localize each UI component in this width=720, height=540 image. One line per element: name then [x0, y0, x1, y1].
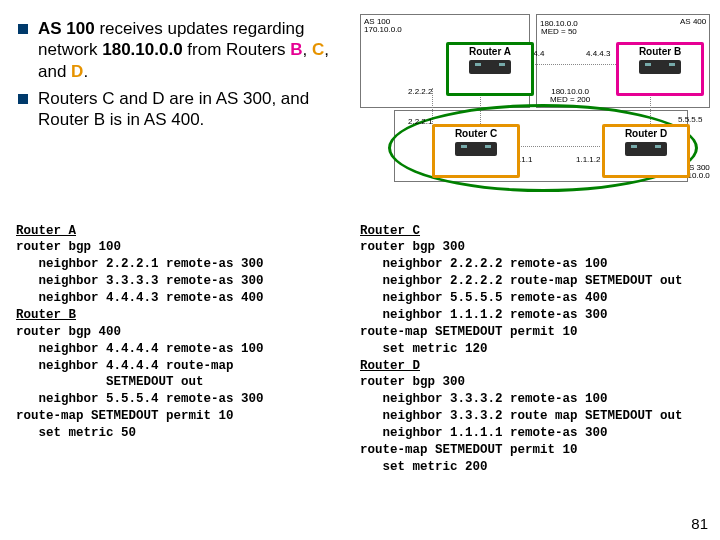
router-icon	[639, 60, 681, 74]
router-icon	[469, 60, 511, 74]
router-d-box: Router D	[602, 124, 690, 178]
slide: AS 100 receives updates regarding networ…	[0, 0, 720, 540]
config-left: Router A router bgp 100 neighbor 2.2.2.1…	[16, 223, 356, 442]
router-b-label: Router B	[625, 47, 695, 57]
t: ,	[303, 40, 312, 59]
t: AS 100	[38, 19, 95, 38]
router-b-ref: B	[290, 40, 302, 59]
t: .	[83, 62, 88, 81]
t: 180.10.0.0	[102, 40, 182, 59]
page-number: 81	[691, 515, 708, 532]
router-b-box: Router B	[616, 42, 704, 96]
router-icon	[625, 142, 667, 156]
bullet-1-text: AS 100 receives updates regarding networ…	[38, 18, 356, 82]
topology-diagram: AS 100 170.10.0.0 AS 400 AS 300 180.10.0…	[360, 8, 710, 188]
med200-label: 180.10.0.0 MED = 200	[550, 88, 590, 105]
config-right: Router C router bgp 300 neighbor 2.2.2.2…	[360, 223, 712, 476]
bullet-1: AS 100 receives updates regarding networ…	[18, 18, 356, 82]
router-icon	[455, 142, 497, 156]
as100-label: AS 100 170.10.0.0	[364, 18, 402, 35]
med50-label: 180.10.0.0 MED = 50	[540, 20, 578, 37]
bullet-2: Routers C and D are in AS 300, and Route…	[18, 88, 356, 131]
ip-label: 1.1.1.2	[576, 156, 600, 164]
bullet-square-icon	[18, 24, 28, 34]
t: from Routers	[183, 40, 291, 59]
router-c-ref: C	[312, 40, 324, 59]
router-d-ref: D	[71, 62, 83, 81]
ip-label: 2.2.2.1	[408, 118, 432, 126]
bullet-square-icon	[18, 94, 28, 104]
ip-label: 2.2.2.2	[408, 88, 432, 96]
router-c-label: Router C	[441, 129, 511, 139]
ip-label: 4.4.4.3	[586, 50, 610, 58]
router-a-label: Router A	[455, 47, 525, 57]
as400-label: AS 400	[680, 18, 706, 26]
router-d-label: Router D	[611, 129, 681, 139]
bullet-list: AS 100 receives updates regarding networ…	[18, 18, 356, 136]
router-a-box: Router A	[446, 42, 534, 96]
bullet-2-text: Routers C and D are in AS 300, and Route…	[38, 88, 356, 131]
router-c-box: Router C	[432, 124, 520, 178]
